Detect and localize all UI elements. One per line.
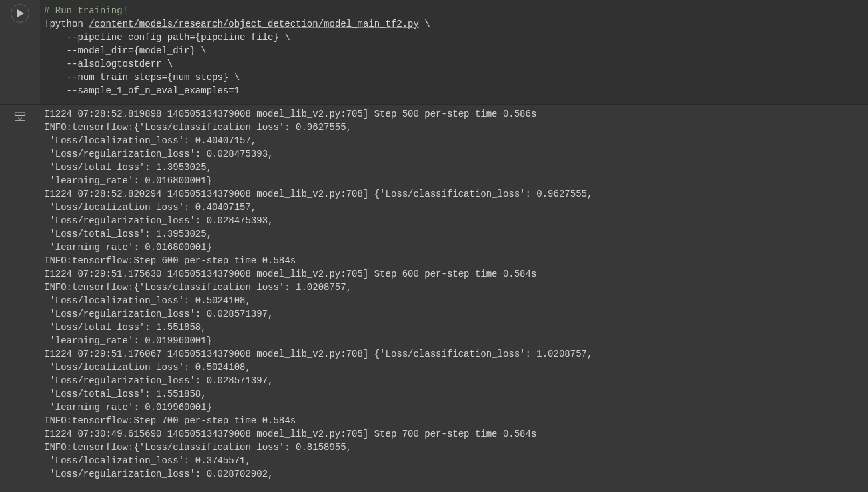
output-toggle-icon [13,110,27,123]
code-indent [44,72,67,83]
code-editor[interactable]: # Run training! !python /content/models/… [40,0,868,104]
code-token: } [189,45,195,56]
toggle-output-button[interactable] [12,109,28,125]
code-indent [44,85,67,96]
code-path: /content/models/research/object_detectio… [89,19,419,29]
code-token: model_dir [139,45,190,56]
svg-rect-1 [15,113,25,115]
code-token: !python [44,19,89,29]
code-token: { [195,32,201,43]
cell-gutter [0,0,40,104]
run-cell-button[interactable] [11,4,29,23]
code-token: --sample_1_of_n_eval_examples= [67,85,234,96]
code-token: --num_train_steps= [67,72,167,83]
code-token: --model_dir= [67,45,134,56]
code-token: \ [279,32,290,43]
code-token: --pipeline_config_path= [67,32,195,43]
code-indent [44,32,67,43]
code-input-area[interactable]: # Run training! !python /content/models/… [0,0,868,105]
code-token: } [273,32,278,43]
code-token: \ [195,45,207,56]
code-token: \ [228,72,240,83]
code-token: pipeline_file [201,32,273,43]
code-token: \ [419,19,430,29]
code-token: { [133,45,139,56]
code-indent [44,45,67,56]
output-gutter [0,105,40,485]
code-token: --alsologtostderr \ [67,59,173,69]
play-icon [17,9,25,17]
code-comment: # Run training! [44,5,128,16]
svg-marker-0 [17,9,24,17]
output-text[interactable]: I1224 07:28:52.819898 140505134379008 mo… [40,105,868,485]
code-indent [44,59,67,69]
output-area: I1224 07:28:52.819898 140505134379008 mo… [0,105,868,485]
code-token: { [167,72,173,83]
code-token: num_steps [173,72,223,83]
notebook-cell: # Run training! !python /content/models/… [0,0,868,485]
code-number: 1 [234,85,240,96]
